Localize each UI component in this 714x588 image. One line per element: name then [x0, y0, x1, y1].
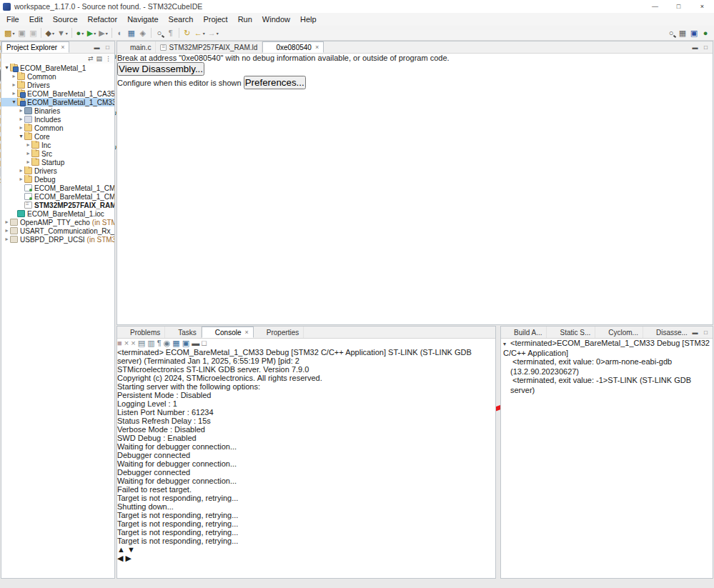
maximize-panel-button[interactable]: □ — [103, 44, 112, 51]
program-device-button[interactable]: ◈ — [137, 27, 149, 39]
external-tools-button[interactable]: ▶ — [97, 27, 109, 39]
tree-item[interactable]: Binaries — [1, 106, 114, 115]
build-config-button[interactable]: ▼ — [56, 27, 69, 39]
tree-item[interactable]: ECOM_BareMetal_1_CM33 Debu... — [1, 184, 114, 192]
scroll-down-icon[interactable]: ▼ — [127, 545, 135, 554]
window-maximize-button[interactable]: □ — [667, 0, 690, 13]
menu-file[interactable]: File — [1, 13, 24, 26]
expand-arrow-icon[interactable] — [4, 64, 10, 72]
device-configuration-button[interactable]: ▦ — [126, 27, 137, 39]
expand-arrow-icon[interactable] — [503, 341, 506, 347]
minimize-panel-button[interactable]: ▬ — [192, 339, 199, 347]
view-disassembly-button[interactable]: View Disassembly... — [117, 62, 204, 76]
console-vertical-scrollbar[interactable]: ▲ ▼ — [117, 545, 495, 554]
tree-item[interactable]: OpenAMP_TTY_echo (in STM32CubeID... — [1, 218, 114, 226]
remove-launch-button[interactable]: × — [124, 339, 129, 347]
tab-cyclomatic-complexity[interactable]: Cyclom... — [595, 327, 643, 338]
minimize-panel-button[interactable]: ▬ — [690, 44, 700, 51]
tab-tasks[interactable]: Tasks — [165, 327, 202, 338]
tab-close-icon[interactable]: × — [61, 44, 64, 51]
build-all-button[interactable]: ◆ — [44, 27, 55, 39]
expand-arrow-icon[interactable] — [4, 226, 10, 235]
scroll-up-icon[interactable]: ▲ — [117, 545, 125, 554]
run-button[interactable]: ▶ — [86, 27, 97, 39]
coverage-button[interactable]: ◐ — [114, 27, 126, 39]
tab-project-explorer[interactable]: Project Explorer × — [1, 41, 69, 53]
expand-arrow-icon[interactable] — [4, 218, 10, 226]
expand-arrow-icon[interactable] — [18, 124, 24, 132]
minimize-panel-button[interactable]: ▬ — [92, 44, 101, 51]
debug-button[interactable]: ● — [74, 27, 86, 39]
expand-arrow-icon[interactable] — [25, 141, 31, 149]
menu-project[interactable]: Project — [198, 13, 232, 26]
tree-item[interactable]: Debug — [1, 175, 114, 184]
expand-arrow-icon[interactable] — [11, 72, 17, 81]
open-perspective-button[interactable]: ▦ — [677, 27, 688, 39]
tab-stm32mp257faix-ram-ld[interactable]: STM32MP257FAIX_RAM.ld — [156, 41, 262, 53]
debug-tree-item[interactable]: <terminated, exit value: 0>arm-none-eabi… — [501, 357, 713, 376]
clear-console-button[interactable]: ▤ — [138, 339, 145, 347]
tab-close-icon[interactable]: × — [315, 44, 319, 51]
menu-refactor[interactable]: Refactor — [83, 13, 123, 26]
menu-search[interactable]: Search — [164, 13, 199, 26]
expand-arrow-icon[interactable] — [18, 166, 24, 175]
tree-item[interactable]: Core — [1, 132, 114, 141]
tree-item[interactable]: Inc — [1, 141, 114, 149]
save-all-button[interactable]: ▣ — [27, 27, 39, 39]
tab-disassembly[interactable]: Disasse... — [643, 327, 690, 338]
expand-arrow-icon[interactable] — [25, 149, 31, 158]
pin-console-button[interactable]: ◉ — [164, 339, 171, 347]
menu-window[interactable]: Window — [257, 13, 295, 26]
menu-edit[interactable]: Edit — [24, 13, 48, 26]
expand-arrow-icon[interactable] — [18, 115, 24, 124]
tree-item[interactable]: Src — [1, 149, 114, 158]
maximize-panel-button[interactable]: □ — [701, 329, 710, 336]
scroll-right-icon[interactable]: ▶ — [126, 554, 132, 562]
cpp-perspective-button[interactable]: ▣ — [688, 27, 700, 39]
debug-tree-item[interactable]: <terminated, exit value: -1>ST-LINK (ST-… — [501, 376, 713, 394]
tree-item[interactable]: USART_Communication_Rx_IT (in STM... — [1, 226, 114, 235]
window-close-button[interactable]: × — [690, 0, 714, 13]
tab-0xe080540[interactable]: 0xe080540 × — [262, 41, 324, 53]
menu-navigate[interactable]: Navigate — [122, 13, 163, 26]
display-selected-console-button[interactable]: ▦ — [172, 339, 179, 347]
tab-properties[interactable]: Properties — [254, 327, 304, 338]
remove-all-terminated-button[interactable]: × — [131, 339, 135, 347]
expand-arrow-icon[interactable] — [11, 81, 17, 89]
tree-item[interactable]: ECOM_BareMetal_1_CM33 Debu... — [1, 192, 114, 201]
console-horizontal-scrollbar[interactable]: ◀ ▶ — [117, 554, 495, 563]
expand-arrow-icon[interactable] — [18, 132, 24, 141]
menu-help[interactable]: Help — [295, 13, 322, 26]
tab-console[interactable]: Console × — [202, 327, 254, 338]
tree-item[interactable]: STM32MP257FAIX_RAM.ld — [1, 201, 114, 209]
maximize-panel-button[interactable]: □ — [202, 339, 207, 347]
tree-item[interactable]: Common — [1, 72, 114, 81]
expand-arrow-icon[interactable] — [18, 106, 24, 115]
tree-item[interactable]: ECOM_BareMetal_1_CA35 (in CA35 — [1, 89, 114, 98]
menu-source[interactable]: Source — [48, 13, 83, 26]
minimize-panel-button[interactable]: ▬ — [690, 329, 700, 336]
tree-item[interactable]: Common — [1, 124, 114, 132]
back-button[interactable]: ← — [193, 27, 207, 39]
word-wrap-button[interactable]: ¶ — [157, 339, 162, 347]
menu-run[interactable]: Run — [233, 13, 257, 26]
debug-perspective-button[interactable]: ● — [700, 27, 711, 39]
last-edit-location-button[interactable]: ↻ — [182, 27, 193, 39]
expand-arrow-icon[interactable] — [18, 175, 24, 184]
tab-problems[interactable]: Problems — [117, 327, 165, 338]
console-output[interactable]: <terminated> ECOM_BareMetal_1_CM33 Debug… — [117, 348, 495, 545]
search-button[interactable]: ○ — [154, 27, 165, 39]
tab-build-analyzer[interactable]: Build A... — [501, 327, 547, 338]
tree-item[interactable]: Startup — [1, 158, 114, 166]
tree-item[interactable]: Drivers — [1, 166, 114, 175]
search-icon[interactable]: ○ — [665, 27, 677, 39]
view-menu-button[interactable]: ⋮ — [105, 55, 111, 62]
tree-item[interactable]: Includes — [1, 115, 114, 124]
expand-arrow-icon[interactable] — [25, 158, 31, 166]
link-with-editor-button[interactable]: ⇄ — [88, 55, 94, 62]
tab-close-icon[interactable]: × — [245, 329, 249, 336]
terminate-button[interactable]: ■ — [117, 339, 122, 347]
tab-main-c[interactable]: main.c — [117, 41, 156, 53]
tree-item[interactable]: ECOM_BareMetal_1.ioc — [1, 209, 114, 218]
collapse-all-button[interactable]: ▤ — [96, 55, 102, 62]
